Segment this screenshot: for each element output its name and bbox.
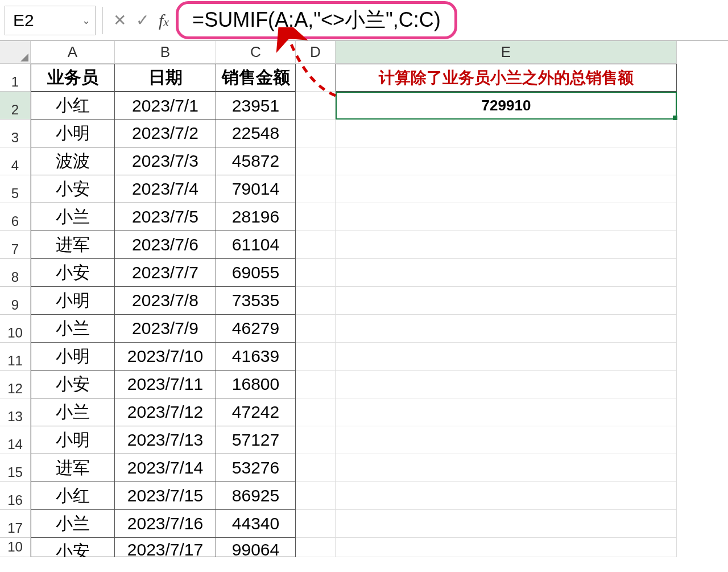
cell-B17[interactable]: 2023/7/16 [115, 510, 216, 538]
confirm-icon[interactable]: ✓ [133, 11, 152, 30]
cell-E9[interactable] [336, 287, 677, 315]
row-header-16[interactable]: 16 [0, 482, 31, 510]
cell-D15[interactable] [296, 454, 336, 482]
cell-A4[interactable]: 波波 [31, 147, 115, 175]
cell-A10[interactable]: 小兰 [31, 315, 115, 343]
cell-A15[interactable]: 进军 [31, 454, 115, 482]
row-header-12[interactable]: 12 [0, 371, 31, 398]
cell-E16[interactable] [336, 482, 677, 510]
cell-B18[interactable]: 2023/7/17 [115, 538, 216, 557]
row-header-15[interactable]: 15 [0, 454, 31, 482]
col-header-A[interactable]: A [31, 41, 115, 64]
cell-E1[interactable]: 计算除了业务员小兰之外的总销售额 [336, 64, 677, 92]
cell-C18[interactable]: 99064 [216, 538, 296, 557]
row-header-6[interactable]: 6 [0, 203, 31, 231]
cell-C15[interactable]: 53276 [216, 454, 296, 482]
cell-B16[interactable]: 2023/7/15 [115, 482, 216, 510]
cell-C12[interactable]: 16800 [216, 371, 296, 398]
cell-D1[interactable] [296, 64, 336, 92]
cell-C3[interactable]: 22548 [216, 120, 296, 147]
cell-A5[interactable]: 小安 [31, 175, 115, 203]
cell-B10[interactable]: 2023/7/9 [115, 315, 216, 343]
row-header-17[interactable]: 17 [0, 510, 31, 538]
cell-D6[interactable] [296, 203, 336, 231]
formula-text[interactable]: =SUMIF(A:A,"<>小兰",C:C) [192, 6, 441, 34]
row-header-8[interactable]: 8 [0, 259, 31, 287]
col-header-E[interactable]: E [336, 41, 677, 64]
cell-C7[interactable]: 61104 [216, 231, 296, 259]
cell-E17[interactable] [336, 510, 677, 538]
col-header-B[interactable]: B [115, 41, 216, 64]
cell-D8[interactable] [296, 259, 336, 287]
row-header-10[interactable]: 10 [0, 315, 31, 343]
cell-E4[interactable] [336, 147, 677, 175]
row-header-14[interactable]: 14 [0, 426, 31, 454]
row-header-3[interactable]: 3 [0, 120, 31, 147]
cell-B12[interactable]: 2023/7/11 [115, 371, 216, 398]
cell-D3[interactable] [296, 120, 336, 147]
name-box[interactable]: E2 ⌄ [5, 6, 96, 35]
cell-E8[interactable] [336, 259, 677, 287]
cell-A16[interactable]: 小红 [31, 482, 115, 510]
cell-C9[interactable]: 73535 [216, 287, 296, 315]
cell-B6[interactable]: 2023/7/5 [115, 203, 216, 231]
cell-C5[interactable]: 79014 [216, 175, 296, 203]
cell-C6[interactable]: 28196 [216, 203, 296, 231]
cell-C2[interactable]: 23951 [216, 92, 296, 120]
row-header-13[interactable]: 13 [0, 398, 31, 426]
cell-C8[interactable]: 69055 [216, 259, 296, 287]
row-header-4[interactable]: 4 [0, 147, 31, 175]
row-header-7[interactable]: 7 [0, 231, 31, 259]
cell-A12[interactable]: 小安 [31, 371, 115, 398]
row-header-2[interactable]: 2 [0, 92, 31, 120]
cell-D9[interactable] [296, 287, 336, 315]
cell-B14[interactable]: 2023/7/13 [115, 426, 216, 454]
cell-A7[interactable]: 进军 [31, 231, 115, 259]
cell-E2[interactable]: 729910 [336, 92, 677, 120]
cell-B8[interactable]: 2023/7/7 [115, 259, 216, 287]
cell-E11[interactable] [336, 343, 677, 371]
cell-E18[interactable] [336, 538, 677, 557]
cell-D5[interactable] [296, 175, 336, 203]
cell-D18[interactable] [296, 538, 336, 557]
cell-C1[interactable]: 销售金额 [216, 64, 296, 92]
cell-A14[interactable]: 小明 [31, 426, 115, 454]
cancel-icon[interactable]: ✕ [110, 11, 129, 30]
cell-B9[interactable]: 2023/7/8 [115, 287, 216, 315]
col-header-D[interactable]: D [296, 41, 336, 64]
cell-B1[interactable]: 日期 [115, 64, 216, 92]
cell-D17[interactable] [296, 510, 336, 538]
row-header-5[interactable]: 5 [0, 175, 31, 203]
cell-A1[interactable]: 业务员 [31, 64, 115, 92]
cell-E15[interactable] [336, 454, 677, 482]
cell-D12[interactable] [296, 371, 336, 398]
cell-D10[interactable] [296, 315, 336, 343]
cell-D16[interactable] [296, 482, 336, 510]
cell-D14[interactable] [296, 426, 336, 454]
cell-E13[interactable] [336, 398, 677, 426]
cell-D7[interactable] [296, 231, 336, 259]
cell-C11[interactable]: 41639 [216, 343, 296, 371]
cell-B2[interactable]: 2023/7/1 [115, 92, 216, 120]
cell-D4[interactable] [296, 147, 336, 175]
row-header-1[interactable]: 1 [0, 64, 31, 92]
row-header-11[interactable]: 11 [0, 343, 31, 371]
cell-B11[interactable]: 2023/7/10 [115, 343, 216, 371]
cell-A17[interactable]: 小兰 [31, 510, 115, 538]
col-header-C[interactable]: C [216, 41, 296, 64]
cell-E12[interactable] [336, 371, 677, 398]
cell-D2[interactable] [296, 92, 336, 120]
cell-A9[interactable]: 小明 [31, 287, 115, 315]
cell-A18[interactable]: 小安 [31, 538, 115, 557]
cell-A13[interactable]: 小兰 [31, 398, 115, 426]
cell-D13[interactable] [296, 398, 336, 426]
cell-E3[interactable] [336, 120, 677, 147]
cell-E5[interactable] [336, 175, 677, 203]
cell-B5[interactable]: 2023/7/4 [115, 175, 216, 203]
cell-C14[interactable]: 57127 [216, 426, 296, 454]
cell-B7[interactable]: 2023/7/6 [115, 231, 216, 259]
cell-B15[interactable]: 2023/7/14 [115, 454, 216, 482]
cell-C16[interactable]: 86925 [216, 482, 296, 510]
cell-E10[interactable] [336, 315, 677, 343]
cell-E7[interactable] [336, 231, 677, 259]
